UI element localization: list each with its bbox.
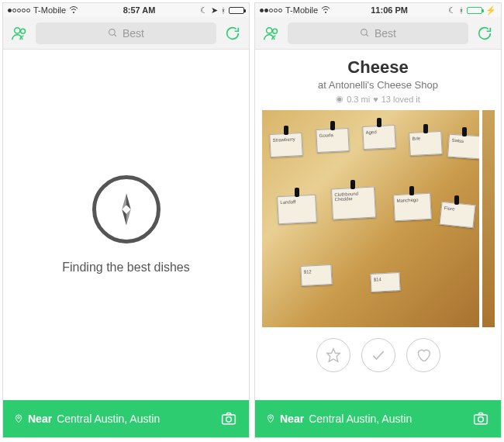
phone-left: T-Mobile 8:57 AM ☾ ➤ ᚼ Best <box>2 2 250 438</box>
clock: 8:57 AM <box>123 5 156 15</box>
svg-marker-5 <box>126 193 131 209</box>
loading-text: Finding the best dishes <box>62 261 190 275</box>
svg-point-12 <box>325 12 326 13</box>
dish-title: Cheese <box>347 57 408 78</box>
bluetooth-icon: ᚼ <box>221 6 226 15</box>
search-input[interactable]: Best <box>288 22 468 44</box>
action-row <box>316 338 440 372</box>
heart-button[interactable] <box>406 338 440 372</box>
svg-point-11 <box>226 417 232 423</box>
svg-point-13 <box>267 27 272 33</box>
heart-icon: ♥ <box>373 95 378 104</box>
signal-dots <box>8 9 30 12</box>
status-left: T-Mobile <box>260 5 330 15</box>
refresh-icon[interactable] <box>223 23 243 43</box>
status-bar: T-Mobile 8:57 AM ☾ ➤ ᚼ <box>3 3 249 17</box>
status-right: ☾ ᚼ ⚡ <box>448 5 496 16</box>
svg-point-14 <box>273 29 278 33</box>
refresh-icon[interactable] <box>475 23 495 43</box>
camera-icon[interactable] <box>219 411 238 426</box>
check-button[interactable] <box>361 338 395 372</box>
star-button[interactable] <box>316 338 350 372</box>
search-placeholder: Best <box>375 27 396 40</box>
svg-point-15 <box>361 29 368 36</box>
location-text: Central Austin, Austin <box>309 413 412 425</box>
svg-marker-7 <box>122 209 126 226</box>
camera-icon[interactable] <box>471 411 490 426</box>
battery-icon <box>467 7 482 14</box>
svg-point-18 <box>270 416 272 419</box>
clock: 11:06 PM <box>371 5 408 15</box>
search-input[interactable]: Best <box>36 22 216 44</box>
wifi-icon <box>321 6 330 14</box>
search-icon <box>360 28 370 38</box>
carrier-label: T-Mobile <box>33 5 66 15</box>
dish-loved: 13 loved it <box>381 95 420 104</box>
main-loading: Finding the best dishes <box>3 50 249 400</box>
svg-marker-8 <box>126 209 131 226</box>
wifi-icon <box>69 6 78 14</box>
location-text: Central Austin, Austin <box>57 413 160 425</box>
location-bar[interactable]: Near Central Austin, Austin <box>14 413 160 425</box>
navbar: Best <box>255 17 501 50</box>
status-bar: T-Mobile 11:06 PM ☾ ᚼ ⚡ <box>255 3 501 17</box>
profile-icon[interactable] <box>9 23 29 43</box>
charging-icon: ⚡ <box>485 5 496 16</box>
moon-icon: ☾ <box>448 5 456 16</box>
svg-line-4 <box>114 34 116 36</box>
bottom-bar[interactable]: Near Central Austin, Austin <box>255 400 501 437</box>
svg-point-2 <box>21 29 26 33</box>
svg-point-20 <box>478 417 484 423</box>
near-label: Near <box>28 413 52 425</box>
dish-subtitle: at Antonelli's Cheese Shop <box>318 79 438 91</box>
next-dish-peek[interactable] <box>482 110 495 327</box>
phone-right: T-Mobile 11:06 PM ☾ ᚼ ⚡ Best Cheese at <box>254 2 502 438</box>
svg-point-9 <box>18 416 20 419</box>
moon-icon: ☾ <box>200 5 208 16</box>
bluetooth-icon: ᚼ <box>459 6 464 15</box>
svg-point-0 <box>73 12 74 13</box>
location-bar[interactable]: Near Central Austin, Austin <box>266 413 412 425</box>
near-label: Near <box>280 413 304 425</box>
navbar: Best <box>3 17 249 50</box>
dish-meta: ◉ 0.3 mi ♥ 13 loved it <box>336 94 420 104</box>
status-left: T-Mobile <box>8 5 78 15</box>
compass-icon <box>92 175 161 243</box>
pin-icon <box>14 413 23 424</box>
dish-distance: 0.3 mi <box>347 95 370 104</box>
svg-point-3 <box>109 29 116 36</box>
svg-line-16 <box>366 34 368 36</box>
signal-dots <box>260 9 282 12</box>
pin-icon: ◉ <box>336 94 343 104</box>
dish-view: Cheese at Antonelli's Cheese Shop ◉ 0.3 … <box>255 50 501 400</box>
status-right: ☾ ➤ ᚼ <box>200 5 244 16</box>
svg-marker-17 <box>326 349 340 362</box>
profile-icon[interactable] <box>261 23 281 43</box>
svg-marker-6 <box>122 193 126 209</box>
battery-icon <box>229 7 244 14</box>
pin-icon <box>266 413 275 424</box>
bottom-bar[interactable]: Near Central Austin, Austin <box>3 400 249 437</box>
dish-image[interactable]: Strawberry Gouda Aged Brie Swiss Landaff… <box>262 110 479 327</box>
location-arrow-icon: ➤ <box>211 5 218 16</box>
search-placeholder: Best <box>123 27 144 40</box>
svg-point-1 <box>15 27 20 33</box>
search-icon <box>108 28 118 38</box>
carrier-label: T-Mobile <box>285 5 318 15</box>
